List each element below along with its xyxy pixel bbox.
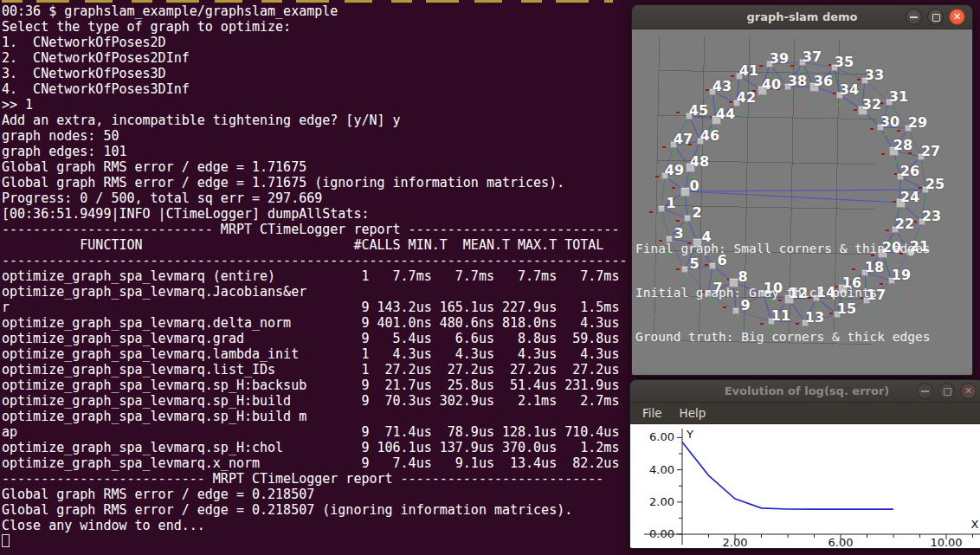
terminal-cursor <box>2 534 10 547</box>
terminal-line: optimize_graph_spa_levmarq.lambda_init 1… <box>2 346 630 362</box>
final-dot-green <box>925 200 926 203</box>
terminal-scrollback-partial-line <box>2 0 613 3</box>
terminal-line: Global graph RMS error / edge = 1.71675 <box>2 159 630 175</box>
graph-slam-demo-window: graph-slam demo Final graph: Small corne… <box>631 4 973 376</box>
groundtruth-dot-red <box>655 176 659 177</box>
minimize-button[interactable] <box>906 9 922 25</box>
legend-line-final: Final graph: Small corners & thin edges <box>635 242 930 256</box>
minimize-button[interactable] <box>917 383 933 399</box>
graph-node-label: 29 <box>908 114 927 131</box>
graph-node-label: 30 <box>880 113 899 130</box>
final-dot-green <box>867 121 869 124</box>
final-dot-green <box>741 114 743 117</box>
graph-node-label: 34 <box>840 81 859 98</box>
terminal-line: optimize_graph_spa_levmarq.list_IDs 1 27… <box>2 362 630 378</box>
graph-node-label: 39 <box>770 50 789 67</box>
terminal-line: --------------------------- MRPT CTimeLo… <box>2 222 630 237</box>
graph-node-label: 25 <box>925 176 945 192</box>
menu-file[interactable]: File <box>635 404 669 422</box>
graph-node-label: 1 <box>666 195 675 211</box>
terminal-line: ap 9 71.4us 78.9us 128.1us 710.4us <box>2 424 630 440</box>
graph-node-label: 41 <box>739 62 758 79</box>
terminal-output[interactable]: 00:36 $ graphslam_example/graphslam_exam… <box>2 3 630 533</box>
terminal-line: -------------------------- MRPT CTimeLog… <box>2 471 630 487</box>
final-dot-green <box>764 96 766 99</box>
terminal-line: 2. CNetworkOfPoses2DInf <box>2 50 630 66</box>
terminal-line: graph nodes: 50 <box>2 128 630 144</box>
final-dot-green <box>681 197 683 200</box>
maximize-button[interactable] <box>927 9 944 25</box>
final-dot-green <box>833 78 835 81</box>
final-dot-green <box>922 164 924 166</box>
groundtruth-dot-red <box>662 146 666 148</box>
graph-node-label: 44 <box>716 106 735 122</box>
graph-node-label: 26 <box>900 163 919 179</box>
terminal-line: [00:36:51.9499|INFO |CTimeLogger] dumpAl… <box>2 206 630 222</box>
error-curve <box>682 442 893 510</box>
groundtruth-dot-red <box>790 65 794 67</box>
terminal-line: >> 1 <box>2 97 630 113</box>
terminal-line: optimize_graph_spa_levmarq.sp_H:build m <box>2 409 630 424</box>
graph-node-label: 37 <box>803 48 822 65</box>
graph-node-label: 48 <box>690 153 709 170</box>
terminal-line: Global graph RMS error / edge = 0.218507 <box>2 487 630 502</box>
graph-node-label: 46 <box>700 127 719 144</box>
graph-node-label: 36 <box>814 73 833 89</box>
graph-node-label: 24 <box>900 189 919 205</box>
terminal-line: optimize_graph_spa_levmarq.sp_H:backsub … <box>2 378 630 393</box>
groundtruth-dot-red <box>897 130 900 132</box>
legend-line-initial: Initial graph: Gray thick points. <box>635 286 930 300</box>
window-controls <box>917 383 977 399</box>
graph-node-label: 49 <box>665 162 684 178</box>
tick-label: X <box>971 518 979 531</box>
groundtruth-dot-red <box>881 153 885 155</box>
groundtruth-dot-red <box>759 65 763 67</box>
3d-graph-viewport[interactable]: Final graph: Small corners & thin edges … <box>632 29 972 375</box>
final-dot-green <box>687 126 688 129</box>
error-window-titlebar[interactable]: Evolution of log(sq. error) <box>630 380 980 403</box>
groundtruth-dot-red <box>676 112 680 113</box>
error-plot-svg: 6.004.002.000.002.006.0010.00YX <box>630 424 980 548</box>
error-plot-area[interactable]: 6.004.002.000.002.006.0010.00YX <box>630 424 980 548</box>
graph-node-label: 42 <box>737 89 756 106</box>
graph-node[interactable] <box>680 187 690 197</box>
terminal-line: optimize_graph_spa_levmarq.Jacobians&er <box>2 284 630 300</box>
terminal-line: Close any window to end... <box>2 518 630 533</box>
graph-node-label: 0 <box>689 177 699 194</box>
terminal-line: 00:36 $ graphslam_example/graphslam_exam… <box>2 3 630 19</box>
terminal-line: Select the type of graph to optimize: <box>2 19 630 35</box>
tick-label: Y <box>686 428 693 441</box>
final-dot-green <box>673 152 674 154</box>
groundtruth-dot-red <box>870 128 874 130</box>
final-dot-green <box>789 96 790 99</box>
close-button[interactable] <box>949 9 965 25</box>
close-button[interactable] <box>960 383 977 399</box>
error-evolution-window: Evolution of log(sq. error) File Help 6.… <box>629 379 980 549</box>
graph-node-label: 47 <box>674 131 693 147</box>
terminal-line: optimize_graph_spa_levmarq (entire) 1 7.… <box>2 268 630 284</box>
final-dot-green <box>666 188 667 190</box>
terminal-line: Global graph RMS error / edge = 1.71675 … <box>2 175 630 190</box>
maximize-button[interactable] <box>938 383 955 399</box>
tick-label: 4.00 <box>649 463 674 476</box>
menu-help[interactable]: Help <box>673 404 713 422</box>
legend-line-groundtruth: Ground truth: Big corners & thick edges <box>635 330 930 345</box>
graph-window-titlebar[interactable]: graph-slam demo <box>632 5 972 29</box>
graph-node-label: 45 <box>689 102 708 119</box>
groundtruth-dot-red <box>672 187 675 189</box>
graph-node-label: 32 <box>862 96 881 113</box>
terminal-line: 4. CNetworkOfPoses3DInf <box>2 81 630 97</box>
graph-node-label: 38 <box>788 73 807 89</box>
terminal-line: optimize_graph_spa_levmarq.grad 9 5.4us … <box>2 331 630 346</box>
desktop: 00:36 $ graphslam_example/graphslam_exam… <box>0 0 980 555</box>
groundtruth-dot-red <box>854 109 857 111</box>
menubar: File Help <box>630 403 980 424</box>
terminal-line: optimize_graph_spa_levmarq.x_norm 9 7.4u… <box>2 455 630 471</box>
terminal-line: optimize_graph_spa_levmarq.sp_H:chol 9 1… <box>2 440 630 455</box>
terminal-line: Progress: 0 / 500, total sq err = 297.66… <box>2 190 630 206</box>
tick-label: 6.00 <box>649 430 674 443</box>
graph-node-label: 28 <box>893 137 912 153</box>
terminal-line: ----------------------------------------… <box>2 253 630 268</box>
terminal-line: Add an extra, incompatible tightening ed… <box>2 113 630 128</box>
graph-node[interactable] <box>658 205 665 212</box>
